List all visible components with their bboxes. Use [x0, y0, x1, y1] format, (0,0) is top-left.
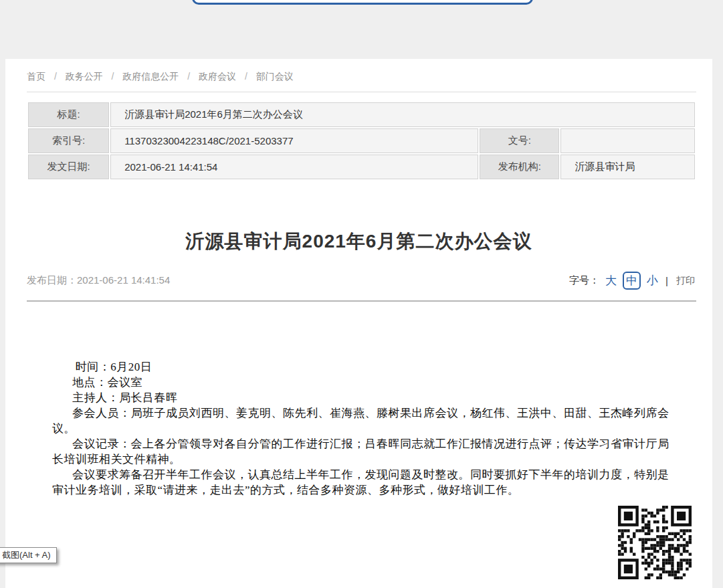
font-size-large-button[interactable]: 大 — [605, 273, 617, 288]
font-size-medium-button[interactable]: 中 — [623, 272, 641, 290]
article-toolbar: 发布日期：2021-06-21 14:41:54 字号： 大 中 小 | 打印 — [27, 272, 695, 290]
qr-code-icon — [617, 502, 696, 583]
meta-value-issuing-agency: 沂源县审计局 — [560, 155, 695, 179]
breadcrumb-separator: / — [112, 71, 114, 82]
paragraph-attendees: 参会人员：局班子成员刘西明、姜克明、陈先利、崔海燕、滕树果出席会议，杨红伟、王洪… — [52, 405, 673, 436]
breadcrumb-separator: / — [187, 71, 190, 82]
table-row: 发文日期: 2021-06-21 14:41:54 发布机构: 沂源县审计局 — [28, 155, 695, 179]
title-divider — [27, 300, 696, 302]
toolbar-separator: | — [665, 275, 668, 286]
print-button[interactable]: 打印 — [676, 275, 695, 287]
table-row: 标题: 沂源县审计局2021年6月第二次办公会议 — [28, 102, 695, 127]
publish-date-label: 发布日期： — [27, 274, 77, 286]
qr-code-container — [617, 502, 696, 583]
breadcrumb-item-dept-meetings[interactable]: 部门会议 — [256, 71, 294, 82]
breadcrumb-item-govt-affairs[interactable]: 政务公开 — [66, 71, 103, 82]
content-panel: 首页 / 政务公开 / 政府信息公开 / 政府会议 / 部门会议 标题: 沂源县… — [5, 59, 712, 588]
meta-value-index-number: 11370323004223148C/2021-5203377 — [110, 128, 478, 153]
meta-value-doc-number — [560, 128, 695, 153]
font-size-small-button[interactable]: 小 — [647, 273, 658, 288]
breadcrumb-item-home[interactable]: 首页 — [27, 71, 45, 82]
paragraph-requirements: 会议要求筹备召开半年工作会议，认真总结上半年工作，发现问题及时整改。同时要抓好下… — [52, 467, 673, 498]
meta-label-issue-date: 发文日期: — [28, 155, 109, 179]
table-row: 索引号: 11370323004223148C/2021-5203377 文号: — [28, 128, 695, 153]
meta-label-doc-number: 文号: — [480, 128, 559, 153]
meta-label-title: 标题: — [28, 102, 109, 127]
publish-date-value: 2021-06-21 14:41:54 — [77, 274, 170, 286]
meta-label-issuing-agency: 发布机构: — [480, 155, 559, 179]
document-meta-table: 标题: 沂源县审计局2021年6月第二次办公会议 索引号: 1137032300… — [27, 101, 696, 181]
breadcrumb-item-govt-meetings[interactable]: 政府会议 — [199, 71, 236, 82]
publish-date: 发布日期：2021-06-21 14:41:54 — [27, 274, 170, 287]
paragraph-time: 时间：6月20日 — [52, 359, 673, 375]
breadcrumb-divider — [27, 92, 696, 92]
breadcrumb-separator: / — [245, 71, 247, 82]
screenshot-tooltip: 截图(Alt + A) — [0, 547, 57, 563]
breadcrumb-item-govt-info[interactable]: 政府信息公开 — [122, 71, 179, 82]
paragraph-minutes: 会议记录：会上各分管领导对各自分管的工作进行汇报；吕春晖同志就工作汇报情况进行点… — [52, 436, 673, 467]
breadcrumb: 首页 / 政务公开 / 政府信息公开 / 政府会议 / 部门会议 — [5, 59, 712, 83]
page-title: 沂源县审计局2021年6月第二次办公会议 — [25, 229, 692, 254]
paragraph-host: 主持人：局长吕春晖 — [52, 390, 673, 405]
meta-value-title: 沂源县审计局2021年6月第二次办公会议 — [110, 102, 695, 127]
article-body: 时间：6月20日 地点：会议室 主持人：局长吕春晖 参会人员：局班子成员刘西明、… — [52, 359, 673, 498]
meta-label-index-number: 索引号: — [28, 128, 109, 153]
breadcrumb-separator: / — [54, 71, 57, 82]
font-size-widget: 字号： 大 中 小 | 打印 — [569, 272, 695, 290]
search-input-partial[interactable] — [192, 0, 533, 5]
meta-value-issue-date: 2021-06-21 14:41:54 — [110, 155, 478, 179]
font-size-label: 字号： — [569, 274, 599, 287]
paragraph-location: 地点：会议室 — [52, 375, 673, 390]
